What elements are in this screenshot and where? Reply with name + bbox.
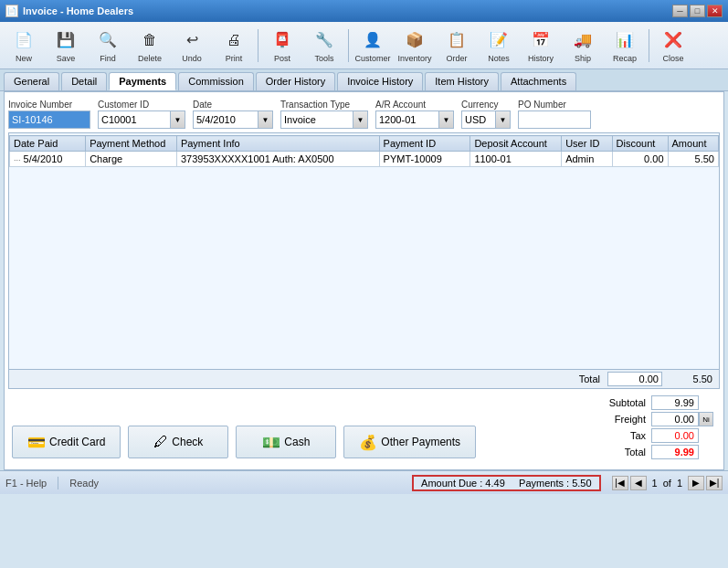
undo-button[interactable]: ↩ Undo: [172, 26, 212, 66]
other-payments-button[interactable]: 💰 Other Payments: [343, 426, 476, 458]
post-icon: 📮: [270, 28, 294, 52]
col-payment-method: Payment Method: [86, 136, 177, 152]
table-row[interactable]: ··· 5/4/2010 Charge 373953XXXXX1001 Auth…: [10, 152, 719, 167]
check-icon: 🖊: [153, 434, 168, 450]
history-button[interactable]: 📅 History: [521, 26, 561, 66]
status-sep-1: [58, 477, 58, 489]
invoice-number-label: Invoice Number: [8, 100, 90, 110]
col-deposit-account: Deposit Account: [470, 136, 562, 152]
ar-account-dropdown[interactable]: ▼: [439, 110, 454, 129]
find-icon: 🔍: [96, 28, 120, 52]
tools-icon: 🔧: [312, 28, 336, 52]
inventory-button[interactable]: 📦 Inventory: [395, 26, 435, 66]
recap-button[interactable]: 📊 Recap: [605, 26, 645, 66]
total-discount: 0.00: [607, 372, 662, 386]
freight-value: 0.00: [651, 412, 699, 426]
find-button[interactable]: 🔍 Find: [88, 26, 128, 66]
customer-button[interactable]: 👤 Customer: [353, 26, 393, 66]
print-icon: 🖨: [222, 28, 246, 52]
tab-commission[interactable]: Commission: [178, 72, 254, 90]
new-button[interactable]: 📄 New: [4, 26, 44, 66]
freight-label: Freight: [607, 411, 649, 427]
po-number-input[interactable]: [518, 110, 591, 129]
total-label: Total: [579, 373, 600, 384]
customer-id-dropdown[interactable]: ▼: [171, 110, 185, 129]
delete-button[interactable]: 🗑 Delete: [130, 26, 170, 66]
summary-section: Subtotal 9.99 Freight 0.00 Ni Tax: [603, 391, 720, 464]
expand-icon[interactable]: ···: [14, 155, 21, 164]
payment-buttons: 💳 Credit Card 🖊 Check 💵 Cash 💰 Other Pay…: [8, 420, 480, 464]
total-sum-value: 9.99: [651, 445, 699, 459]
tab-invoice-history[interactable]: Invoice History: [337, 72, 423, 90]
freight-ni-button[interactable]: Ni: [699, 412, 713, 426]
maximize-button[interactable]: □: [690, 5, 705, 17]
tab-bar: General Detail Payments Commission Order…: [0, 69, 728, 91]
history-icon: 📅: [529, 28, 553, 52]
tools-button[interactable]: 🔧 Tools: [304, 26, 344, 66]
invoice-number-input[interactable]: [8, 110, 90, 129]
inventory-icon: 📦: [403, 28, 427, 52]
first-page-button[interactable]: |◀: [612, 476, 628, 490]
check-button[interactable]: 🖊 Check: [128, 426, 228, 458]
cell-amount: 5.50: [668, 152, 718, 167]
minimize-button[interactable]: ─: [672, 5, 688, 17]
cell-payment-info: 373953XXXXX1001 Auth: AX0500: [176, 152, 379, 167]
summary-table: Subtotal 9.99 Freight 0.00 Ni Tax: [607, 394, 716, 460]
tab-attachments[interactable]: Attachments: [501, 72, 576, 90]
post-button[interactable]: 📮 Post: [262, 26, 302, 66]
notes-button[interactable]: 📝 Notes: [479, 26, 519, 66]
header-fields: Invoice Number Customer ID ▼ Date ▼ Tran…: [8, 96, 720, 132]
customer-id-group: Customer ID ▼: [98, 100, 185, 129]
subtotal-label: Subtotal: [607, 394, 649, 411]
customer-icon: 👤: [361, 28, 385, 52]
amount-info-box: Amount Due : 4.49 Payments : 5.50: [412, 475, 601, 491]
toolbar-sep-1: [258, 29, 258, 62]
subtotal-value: 9.99: [651, 395, 699, 410]
payment-table: Date Paid Payment Method Payment Info Pa…: [9, 135, 719, 167]
close-button[interactable]: ✕: [707, 5, 723, 17]
delete-icon: 🗑: [138, 28, 162, 52]
tab-item-history[interactable]: Item History: [425, 72, 499, 90]
transaction-type-dropdown[interactable]: ▼: [353, 110, 368, 129]
amount-due-text: Amount Due : 4.49: [421, 478, 505, 489]
col-payment-id: Payment ID: [379, 136, 470, 152]
transaction-type-input[interactable]: [280, 110, 353, 129]
prev-page-button[interactable]: ◀: [630, 476, 647, 490]
ar-account-input[interactable]: [375, 110, 439, 129]
tab-payments[interactable]: Payments: [109, 72, 176, 90]
next-page-button[interactable]: ▶: [688, 476, 704, 490]
currency-dropdown[interactable]: ▼: [496, 110, 511, 129]
col-payment-info: Payment Info: [176, 136, 379, 152]
cash-button[interactable]: 💵 Cash: [236, 426, 336, 458]
total-row: Total 0.00 5.50: [8, 370, 720, 389]
date-dropdown[interactable]: ▼: [258, 110, 273, 129]
last-page-button[interactable]: ▶|: [706, 476, 723, 490]
credit-card-button[interactable]: 💳 Credit Card: [12, 426, 121, 458]
customer-id-label: Customer ID: [98, 100, 185, 110]
currency-input[interactable]: [461, 110, 496, 129]
col-amount: Amount: [668, 136, 718, 152]
tab-order-history[interactable]: Order History: [256, 72, 335, 90]
total-sum-value-cell: 9.99: [649, 444, 716, 460]
save-button[interactable]: 💾 Save: [46, 26, 86, 66]
toolbar: 📄 New 💾 Save 🔍 Find 🗑 Delete ↩ Undo 🖨 Pr…: [0, 22, 728, 69]
status-bar: F1 - Help Ready Amount Due : 4.49 Paymen…: [0, 470, 728, 494]
date-input[interactable]: [193, 110, 258, 129]
print-button[interactable]: 🖨 Print: [214, 26, 254, 66]
payment-grid: Date Paid Payment Method Payment Info Pa…: [8, 132, 720, 370]
close-toolbar-button[interactable]: ❌ Close: [653, 26, 693, 66]
tax-value-cell: 0.00: [649, 427, 716, 444]
tab-general[interactable]: General: [4, 72, 59, 90]
new-icon: 📄: [12, 28, 36, 52]
current-page: 1: [649, 478, 661, 489]
total-amount: 5.50: [670, 373, 715, 385]
toolbar-sep-2: [348, 29, 349, 62]
currency-group: Currency ▼: [461, 100, 511, 129]
cell-user-id: Admin: [562, 152, 612, 167]
ship-button[interactable]: 🚚 Ship: [563, 26, 603, 66]
date-group: Date ▼: [193, 100, 273, 129]
customer-id-input[interactable]: [98, 110, 171, 129]
order-button[interactable]: 📋 Order: [437, 26, 477, 66]
tab-detail[interactable]: Detail: [61, 72, 107, 90]
invoice-number-group: Invoice Number: [8, 100, 90, 129]
